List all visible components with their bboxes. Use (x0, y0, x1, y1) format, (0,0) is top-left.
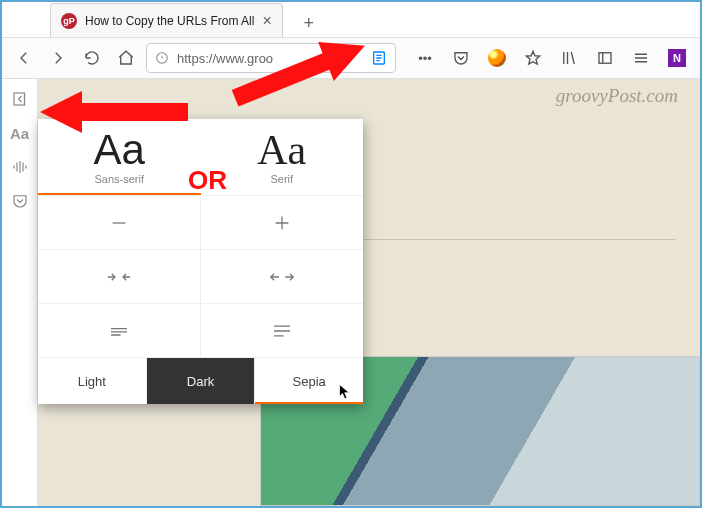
sidebar-toggle-icon[interactable] (590, 43, 620, 73)
close-tab-icon[interactable]: × (262, 13, 271, 29)
home-button[interactable] (112, 44, 140, 72)
save-pocket-icon[interactable] (4, 185, 36, 217)
page-actions-icon[interactable]: ••• (410, 43, 440, 73)
content-area: Aa groovyPost.com URLs From All Open wse… (2, 79, 700, 506)
new-tab-button[interactable]: + (295, 9, 323, 37)
reader-sidebar: Aa (2, 79, 38, 506)
type-controls-panel: Aa Sans-serif Aa Serif (38, 119, 363, 404)
back-button[interactable] (10, 44, 38, 72)
cursor-icon (338, 382, 353, 402)
site-brand: groovyPost.com (556, 85, 678, 107)
decrease-fontsize-button[interactable] (38, 195, 200, 249)
lineheight-row (38, 303, 363, 357)
font-name: Sans-serif (38, 173, 201, 185)
theme-dark-button[interactable]: Dark (146, 358, 255, 404)
annotation-arrow-right (230, 37, 370, 110)
increase-width-button[interactable] (200, 249, 363, 303)
library-icon[interactable] (554, 43, 584, 73)
tab-favicon: gP (61, 13, 77, 29)
menu-icon[interactable] (626, 43, 656, 73)
bookmark-star-icon[interactable] (518, 43, 548, 73)
tab-strip: gP How to Copy the URLs From All × + (2, 2, 700, 37)
pocket-icon[interactable] (446, 43, 476, 73)
svg-rect-2 (599, 53, 611, 64)
svg-marker-5 (230, 37, 370, 107)
increase-fontsize-button[interactable] (200, 195, 363, 249)
browser-tab[interactable]: gP How to Copy the URLs From All × (50, 3, 283, 37)
narrate-icon[interactable] (4, 151, 36, 183)
annotation-or: OR (188, 165, 227, 196)
type-controls-icon[interactable]: Aa (4, 117, 36, 149)
fontsize-row (38, 195, 363, 249)
theme-light-button[interactable]: Light (38, 358, 146, 404)
close-reader-icon[interactable] (4, 83, 36, 115)
theme-row: Light Dark Sepia (38, 357, 363, 404)
tab-title: How to Copy the URLs From All (85, 14, 254, 28)
decrease-width-button[interactable] (38, 249, 200, 303)
increase-lineheight-button[interactable] (200, 303, 363, 357)
theme-sepia-label: Sepia (293, 374, 326, 389)
firefox-account-icon[interactable] (482, 43, 512, 73)
annotation-arrow-left (40, 87, 190, 140)
onenote-icon[interactable]: N (662, 43, 692, 73)
svg-marker-4 (40, 91, 188, 133)
reload-button[interactable] (78, 44, 106, 72)
contentwidth-row (38, 249, 363, 303)
theme-sepia-button[interactable]: Sepia (254, 358, 363, 404)
site-info-icon[interactable] (155, 51, 169, 65)
reader-view-icon[interactable] (371, 50, 387, 66)
decrease-lineheight-button[interactable] (38, 303, 200, 357)
forward-button[interactable] (44, 44, 72, 72)
toolbar-right: ••• N (410, 43, 692, 73)
